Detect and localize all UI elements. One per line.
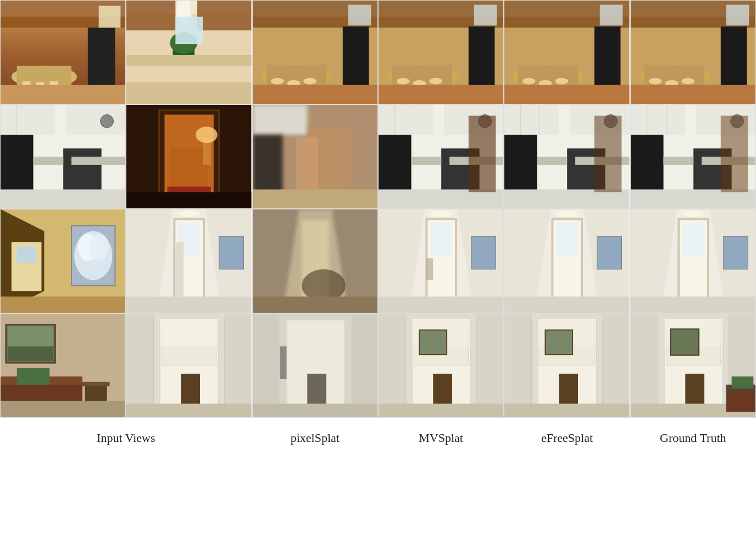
svg-rect-158	[379, 297, 503, 313]
svg-point-135	[89, 234, 109, 261]
label-input-views: Input Views	[0, 427, 252, 450]
svg-rect-144	[219, 236, 244, 269]
cell-r2c6	[630, 104, 756, 209]
svg-rect-126	[720, 116, 748, 192]
svg-rect-136	[1, 297, 125, 313]
svg-rect-143	[176, 242, 184, 296]
svg-rect-41	[469, 26, 495, 92]
svg-rect-75	[34, 157, 64, 165]
svg-rect-72	[63, 148, 101, 192]
cell-r3c1	[0, 209, 126, 313]
svg-rect-223	[596, 314, 603, 417]
cell-r3c5	[504, 209, 630, 313]
svg-rect-206	[253, 403, 377, 417]
svg-rect-245	[731, 377, 753, 389]
svg-point-82	[196, 126, 218, 143]
svg-rect-238	[685, 374, 704, 407]
svg-rect-228	[504, 403, 629, 417]
svg-rect-19	[126, 55, 251, 66]
cell-r4c3	[252, 313, 378, 418]
svg-rect-10	[99, 6, 121, 28]
cell-r1c6	[630, 0, 756, 104]
label-pixelsplat: pixelSplat	[252, 427, 378, 450]
svg-rect-16	[197, 1, 251, 30]
cell-r2c4	[378, 104, 504, 209]
svg-rect-222	[532, 314, 538, 417]
efreesplat-label: eFreeSplat	[541, 431, 593, 445]
cell-r3c2	[126, 209, 252, 313]
svg-point-38	[397, 78, 410, 85]
svg-rect-114	[594, 116, 622, 192]
cell-r2c3	[252, 104, 378, 209]
svg-rect-80	[170, 148, 208, 192]
svg-rect-171	[682, 223, 704, 256]
svg-rect-174	[723, 236, 748, 269]
svg-rect-234	[658, 314, 664, 417]
pixelsplat-label: pixelSplat	[291, 431, 340, 445]
label-ground-truth: Ground Truth	[630, 427, 756, 450]
svg-rect-112	[537, 157, 568, 165]
cell-r2c1	[0, 104, 126, 209]
ground-truth-label: Ground Truth	[660, 431, 726, 445]
svg-rect-131	[17, 246, 36, 263]
svg-rect-166	[597, 236, 622, 269]
svg-rect-43	[474, 5, 497, 26]
svg-rect-191	[218, 314, 225, 417]
svg-rect-145	[126, 297, 251, 313]
svg-rect-196	[126, 403, 251, 417]
svg-point-51	[555, 78, 569, 85]
svg-rect-21	[176, 16, 203, 44]
svg-rect-243	[726, 390, 755, 412]
svg-rect-76	[71, 157, 125, 165]
cell-r4c6	[630, 313, 756, 418]
cell-r1c4	[378, 0, 504, 104]
svg-point-40	[429, 78, 442, 85]
svg-point-165	[557, 211, 579, 217]
image-row-2	[0, 104, 756, 209]
svg-rect-154	[430, 223, 452, 256]
svg-rect-183	[17, 368, 50, 385]
svg-rect-116	[631, 105, 685, 135]
input-views-label: Input Views	[97, 431, 155, 445]
svg-point-173	[682, 211, 704, 217]
svg-rect-205	[307, 374, 326, 407]
cell-r1c1	[0, 0, 126, 104]
image-row-1	[0, 0, 756, 104]
label-mvsplat: MVSplat	[378, 427, 504, 450]
svg-rect-99	[379, 190, 503, 208]
svg-rect-159	[426, 258, 433, 280]
svg-rect-52	[594, 26, 621, 92]
svg-rect-185	[82, 382, 110, 386]
svg-rect-210	[406, 314, 413, 417]
svg-rect-123	[631, 190, 755, 208]
svg-point-29	[303, 78, 316, 85]
svg-rect-68	[66, 105, 125, 135]
cell-r1c2	[126, 0, 252, 104]
svg-rect-104	[504, 105, 559, 135]
cell-r1c5	[504, 0, 630, 104]
label-efreesplat: eFreeSplat	[504, 427, 630, 450]
svg-rect-167	[504, 297, 629, 313]
svg-rect-42	[379, 85, 503, 104]
svg-rect-63	[720, 26, 747, 92]
svg-rect-230	[546, 330, 573, 355]
labels-row: Input Views pixelSplat MVSplat eFreeSpla…	[0, 418, 756, 461]
svg-rect-9	[1, 85, 125, 104]
cell-r3c6	[630, 209, 756, 313]
svg-rect-54	[600, 5, 623, 26]
svg-rect-84	[126, 192, 251, 208]
svg-rect-20	[126, 82, 251, 104]
svg-rect-163	[557, 223, 579, 256]
cell-r2c2	[126, 104, 252, 209]
svg-rect-30	[342, 26, 369, 92]
svg-rect-204	[280, 346, 286, 379]
svg-point-73	[101, 115, 114, 128]
svg-rect-197	[160, 319, 218, 347]
svg-rect-226	[559, 374, 579, 407]
svg-rect-203	[280, 314, 351, 320]
svg-rect-216	[379, 403, 503, 417]
svg-rect-65	[726, 5, 749, 26]
cell-r2c5	[504, 104, 630, 209]
svg-marker-13	[176, 1, 192, 19]
svg-rect-186	[1, 401, 125, 417]
